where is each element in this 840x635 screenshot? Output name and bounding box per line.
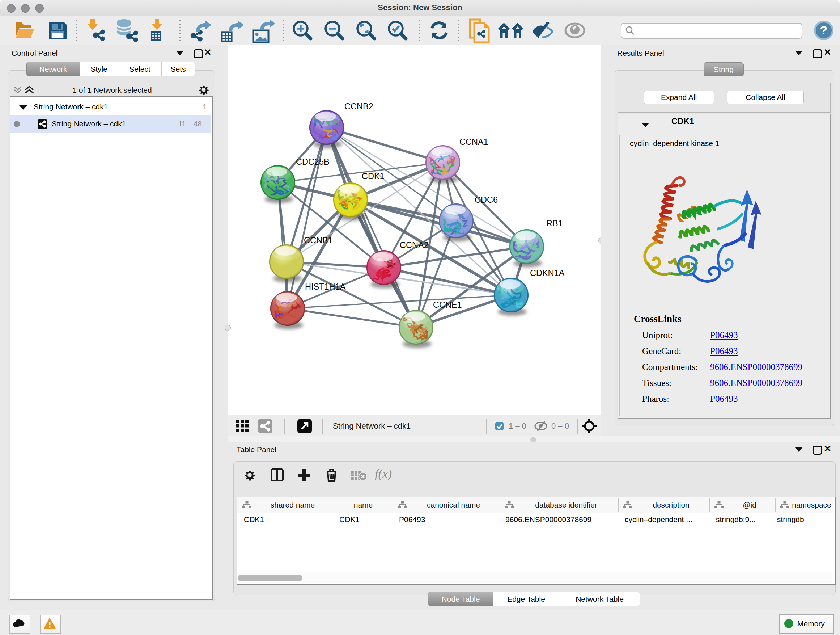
svg-text:CDC25B: CDC25B — [296, 157, 330, 166]
svg-text:CDC6: CDC6 — [475, 195, 498, 204]
svg-text:CCNA1: CCNA1 — [459, 137, 488, 147]
svg-text:CDK1: CDK1 — [362, 172, 385, 181]
svg-text:CDKN1A: CDKN1A — [530, 268, 565, 278]
svg-text:?: ? — [820, 23, 828, 37]
svg-text:CCNE1: CCNE1 — [433, 300, 462, 310]
svg-text:CCNB2: CCNB2 — [344, 102, 373, 111]
svg-text:CCNB1: CCNB1 — [304, 236, 333, 245]
svg-text:CCNA2: CCNA2 — [400, 241, 429, 250]
svg-text:HIST1H1A: HIST1H1A — [305, 282, 346, 291]
svg-text:RB1: RB1 — [546, 219, 563, 228]
